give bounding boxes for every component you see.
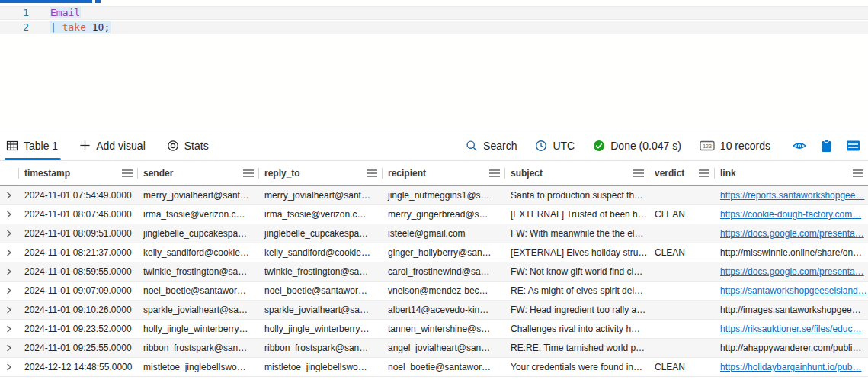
cell-sender: kelly_sandiford@cookie… (137, 247, 258, 258)
cell-subject: [EXTERNAL] Elves holiday stru… (504, 247, 649, 258)
cell-recipient: isteele@gmail.com (382, 228, 504, 239)
column-header-link[interactable]: link (714, 161, 868, 185)
cell-reply-to: ribbon_frostspark@san… (258, 343, 382, 353)
column-menu-icon[interactable] (699, 169, 709, 177)
column-header-subject[interactable]: subject (504, 161, 649, 185)
cell-link: https://holidaybargainhunt.io/pub… (714, 362, 868, 372)
table-row[interactable]: 2024-11-01 08:21:37.0000 kelly_sandiford… (0, 243, 868, 262)
table-row[interactable]: 2024-11-01 08:09:51.0000 jinglebelle_cup… (0, 224, 868, 243)
cell-link: https://cookie-dough-factory.com… (714, 209, 868, 220)
row-expand-button[interactable] (0, 267, 18, 276)
timezone-label: UTC (553, 140, 575, 152)
cell-subject: FW: Not know gift world find cl… (504, 266, 649, 277)
link-url[interactable]: https://docs.google.com/presenta… (720, 228, 864, 239)
column-menu-icon[interactable] (489, 169, 500, 177)
table-row[interactable]: 2024-11-01 09:23:52.0000 holly_jingle_wi… (0, 320, 868, 339)
row-expand-button[interactable] (0, 229, 18, 238)
cell-recipient: tannen_wintershine@s… (382, 324, 504, 334)
layout-rows-icon[interactable] (846, 140, 860, 152)
column-header-recipient[interactable]: recipient (382, 161, 504, 185)
table-grid-icon (6, 140, 18, 152)
cell-recipient: albert14@acevedo-kin… (382, 304, 504, 315)
clock-icon (535, 140, 547, 152)
link-url[interactable]: https://docs.google.com/presenta… (720, 266, 864, 277)
column-menu-icon[interactable] (367, 169, 377, 177)
row-expand-button[interactable] (0, 305, 18, 314)
chevron-right-icon (5, 324, 14, 333)
add-visual-button[interactable]: Add visual (79, 130, 146, 160)
cell-reply-to: noel_boetie@santawor… (258, 285, 382, 296)
chevron-right-icon (5, 343, 14, 353)
cell-verdict: CLEAN (649, 209, 714, 220)
link-url[interactable]: https://holidaybargainhunt.io/pub… (720, 362, 861, 372)
cell-reply-to: irma_tsosie@verizon.c… (258, 209, 382, 220)
stats-button[interactable]: Stats (167, 130, 209, 160)
timezone-button[interactable]: UTC (535, 130, 575, 160)
chevron-right-icon (5, 210, 14, 219)
table-row[interactable]: 2024-11-01 09:07:09.0000 noel_boetie@san… (0, 282, 868, 301)
link-url[interactable]: https://santaworkshopgeeseisland… (720, 285, 867, 296)
cell-reply-to: jinglebelle_cupcakespa… (258, 228, 382, 239)
column-header-timestamp[interactable]: timestamp (18, 161, 137, 185)
row-expand-button[interactable] (0, 286, 18, 295)
row-expand-button[interactable] (0, 362, 18, 372)
cell-link: https://reports.santaworkshopgee… (714, 190, 868, 201)
add-visual-label: Add visual (96, 140, 146, 152)
column-header-verdict[interactable]: verdict (649, 161, 714, 185)
row-expand-button[interactable] (0, 324, 18, 333)
plain-url: http://ahappywanderer.com/publi… (720, 343, 861, 353)
query-editor[interactable]: 1 2 Email | take 10; (0, 0, 868, 130)
cell-link: https://docs.google.com/presenta… (714, 266, 868, 277)
grid-header-row: timestamp sender reply_to recipient subj… (0, 161, 868, 186)
row-expand-button[interactable] (0, 210, 18, 219)
cell-timestamp: 2024-11-01 08:21:37.0000 (18, 247, 137, 258)
tab-table-1[interactable]: Table 1 (6, 130, 58, 160)
cell-verdict: CLEAN (649, 362, 714, 372)
row-expand-button[interactable] (0, 248, 18, 257)
cell-link: https://santaworkshopgeeseisland… (714, 285, 868, 296)
link-url[interactable]: https://cookie-dough-factory.com… (720, 209, 861, 220)
column-menu-icon[interactable] (853, 169, 863, 177)
query-tab-indicator[interactable] (0, 0, 92, 3)
table-row[interactable]: 2024-11-01 08:07:46.0000 irma_tsosie@ver… (0, 205, 868, 224)
line-number: 2 (0, 21, 29, 34)
query-tab-indicator-fragment (95, 0, 101, 3)
code-line-2[interactable]: | take 10; (50, 21, 111, 34)
cell-subject: Santa to production suspect th… (504, 190, 649, 201)
table-row[interactable]: 2024-11-01 09:10:26.0000 sparkle_jovialh… (0, 301, 868, 320)
column-menu-icon[interactable] (122, 169, 133, 177)
code-line-1[interactable]: Email (50, 6, 81, 20)
record-count-label: 10 records (720, 140, 770, 152)
link-url[interactable]: https://reports.santaworkshopgee… (720, 190, 864, 201)
chevron-right-icon (5, 267, 14, 276)
chevron-right-icon (5, 248, 14, 257)
column-menu-icon[interactable] (633, 169, 644, 177)
cell-timestamp: 2024-11-01 08:07:46.0000 (18, 209, 137, 220)
grid-body: 2024-11-01 07:54:49.0000 merry_jovialhea… (0, 186, 868, 377)
column-header-sender[interactable]: sender (137, 161, 258, 185)
cell-recipient: vnelson@mendez-bec… (382, 285, 504, 296)
link-url[interactable]: https://riksauktioner.se/files/educ… (720, 324, 861, 334)
column-menu-icon[interactable] (243, 169, 254, 177)
table-row[interactable]: 2024-11-01 09:25:55.0000 ribbon_frostspa… (0, 339, 868, 358)
plus-icon (79, 140, 91, 151)
cell-reply-to: holly_jingle_winterberry… (258, 324, 382, 334)
table-row[interactable]: 2024-11-01 07:54:49.0000 merry_jovialhea… (0, 186, 868, 205)
table-row[interactable]: 2024-11-01 08:59:55.0000 twinkle_frostin… (0, 262, 868, 282)
query-status-label: Done (0.047 s) (610, 140, 681, 152)
cell-sender: irma_tsosie@verizon.c… (137, 209, 258, 220)
row-expand-button[interactable] (0, 343, 18, 353)
cell-link: https://docs.google.com/presenta… (714, 228, 868, 239)
line-number: 1 (0, 6, 29, 20)
eye-icon[interactable] (792, 140, 807, 152)
clipboard-icon[interactable] (821, 139, 832, 153)
search-button[interactable]: Search (466, 130, 517, 160)
table-row[interactable]: 2024-12-12 14:48:55.0000 mistletoe_jingl… (0, 358, 868, 377)
cell-sender: mistletoe_jinglebellswo… (137, 362, 258, 372)
cell-link: http://ahappywanderer.com/publi… (714, 343, 868, 353)
kql-keyword: take (62, 21, 86, 33)
row-expand-button[interactable] (0, 191, 18, 200)
cell-link: http://images.santaworkshopgee… (714, 304, 868, 315)
query-status: Done (0.047 s) (593, 130, 681, 160)
column-header-reply-to[interactable]: reply_to (258, 161, 382, 185)
